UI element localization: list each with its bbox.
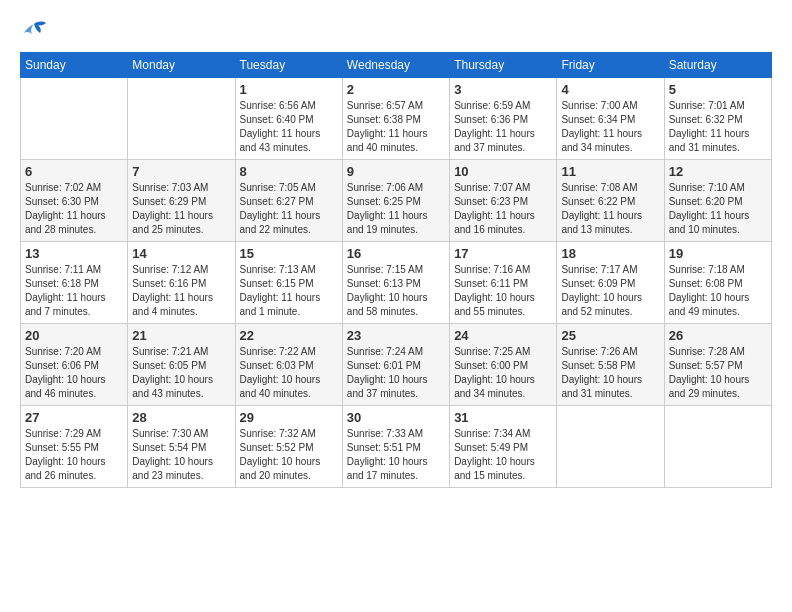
day-number: 3: [454, 82, 552, 97]
calendar-day-header: Friday: [557, 53, 664, 78]
calendar-cell: 5Sunrise: 7:01 AM Sunset: 6:32 PM Daylig…: [664, 78, 771, 160]
day-number: 12: [669, 164, 767, 179]
day-info: Sunrise: 7:02 AM Sunset: 6:30 PM Dayligh…: [25, 181, 123, 237]
day-info: Sunrise: 7:07 AM Sunset: 6:23 PM Dayligh…: [454, 181, 552, 237]
day-info: Sunrise: 6:59 AM Sunset: 6:36 PM Dayligh…: [454, 99, 552, 155]
day-number: 22: [240, 328, 338, 343]
calendar-cell: 25Sunrise: 7:26 AM Sunset: 5:58 PM Dayli…: [557, 324, 664, 406]
day-info: Sunrise: 7:05 AM Sunset: 6:27 PM Dayligh…: [240, 181, 338, 237]
calendar-cell: 23Sunrise: 7:24 AM Sunset: 6:01 PM Dayli…: [342, 324, 449, 406]
day-info: Sunrise: 7:24 AM Sunset: 6:01 PM Dayligh…: [347, 345, 445, 401]
day-number: 21: [132, 328, 230, 343]
day-info: Sunrise: 7:33 AM Sunset: 5:51 PM Dayligh…: [347, 427, 445, 483]
day-number: 13: [25, 246, 123, 261]
day-number: 14: [132, 246, 230, 261]
day-info: Sunrise: 7:11 AM Sunset: 6:18 PM Dayligh…: [25, 263, 123, 319]
day-number: 29: [240, 410, 338, 425]
calendar-cell: 26Sunrise: 7:28 AM Sunset: 5:57 PM Dayli…: [664, 324, 771, 406]
calendar-cell: 4Sunrise: 7:00 AM Sunset: 6:34 PM Daylig…: [557, 78, 664, 160]
day-info: Sunrise: 7:17 AM Sunset: 6:09 PM Dayligh…: [561, 263, 659, 319]
calendar-cell: 10Sunrise: 7:07 AM Sunset: 6:23 PM Dayli…: [450, 160, 557, 242]
day-info: Sunrise: 7:13 AM Sunset: 6:15 PM Dayligh…: [240, 263, 338, 319]
day-info: Sunrise: 7:32 AM Sunset: 5:52 PM Dayligh…: [240, 427, 338, 483]
day-number: 17: [454, 246, 552, 261]
calendar-cell: 21Sunrise: 7:21 AM Sunset: 6:05 PM Dayli…: [128, 324, 235, 406]
calendar-table: SundayMondayTuesdayWednesdayThursdayFrid…: [20, 52, 772, 488]
calendar-cell: [21, 78, 128, 160]
calendar-day-header: Wednesday: [342, 53, 449, 78]
calendar-cell: 27Sunrise: 7:29 AM Sunset: 5:55 PM Dayli…: [21, 406, 128, 488]
day-number: 2: [347, 82, 445, 97]
calendar-cell: 2Sunrise: 6:57 AM Sunset: 6:38 PM Daylig…: [342, 78, 449, 160]
calendar-week-row: 27Sunrise: 7:29 AM Sunset: 5:55 PM Dayli…: [21, 406, 772, 488]
calendar-cell: [557, 406, 664, 488]
logo-icon: [20, 20, 48, 42]
day-number: 24: [454, 328, 552, 343]
calendar-cell: 6Sunrise: 7:02 AM Sunset: 6:30 PM Daylig…: [21, 160, 128, 242]
calendar-week-row: 6Sunrise: 7:02 AM Sunset: 6:30 PM Daylig…: [21, 160, 772, 242]
calendar-cell: 31Sunrise: 7:34 AM Sunset: 5:49 PM Dayli…: [450, 406, 557, 488]
calendar-cell: 24Sunrise: 7:25 AM Sunset: 6:00 PM Dayli…: [450, 324, 557, 406]
day-number: 1: [240, 82, 338, 97]
calendar-day-header: Monday: [128, 53, 235, 78]
day-number: 20: [25, 328, 123, 343]
calendar-cell: 29Sunrise: 7:32 AM Sunset: 5:52 PM Dayli…: [235, 406, 342, 488]
calendar-week-row: 13Sunrise: 7:11 AM Sunset: 6:18 PM Dayli…: [21, 242, 772, 324]
calendar-cell: 9Sunrise: 7:06 AM Sunset: 6:25 PM Daylig…: [342, 160, 449, 242]
day-info: Sunrise: 7:12 AM Sunset: 6:16 PM Dayligh…: [132, 263, 230, 319]
day-info: Sunrise: 7:34 AM Sunset: 5:49 PM Dayligh…: [454, 427, 552, 483]
day-number: 31: [454, 410, 552, 425]
day-number: 30: [347, 410, 445, 425]
calendar-cell: 13Sunrise: 7:11 AM Sunset: 6:18 PM Dayli…: [21, 242, 128, 324]
day-number: 8: [240, 164, 338, 179]
day-info: Sunrise: 7:22 AM Sunset: 6:03 PM Dayligh…: [240, 345, 338, 401]
day-number: 28: [132, 410, 230, 425]
day-info: Sunrise: 7:15 AM Sunset: 6:13 PM Dayligh…: [347, 263, 445, 319]
calendar-cell: 20Sunrise: 7:20 AM Sunset: 6:06 PM Dayli…: [21, 324, 128, 406]
calendar-cell: 3Sunrise: 6:59 AM Sunset: 6:36 PM Daylig…: [450, 78, 557, 160]
day-number: 26: [669, 328, 767, 343]
day-info: Sunrise: 7:26 AM Sunset: 5:58 PM Dayligh…: [561, 345, 659, 401]
day-number: 7: [132, 164, 230, 179]
calendar-cell: 28Sunrise: 7:30 AM Sunset: 5:54 PM Dayli…: [128, 406, 235, 488]
day-info: Sunrise: 7:20 AM Sunset: 6:06 PM Dayligh…: [25, 345, 123, 401]
day-number: 23: [347, 328, 445, 343]
calendar-cell: 22Sunrise: 7:22 AM Sunset: 6:03 PM Dayli…: [235, 324, 342, 406]
day-number: 11: [561, 164, 659, 179]
day-info: Sunrise: 7:00 AM Sunset: 6:34 PM Dayligh…: [561, 99, 659, 155]
calendar-cell: 18Sunrise: 7:17 AM Sunset: 6:09 PM Dayli…: [557, 242, 664, 324]
day-info: Sunrise: 7:16 AM Sunset: 6:11 PM Dayligh…: [454, 263, 552, 319]
calendar-cell: 15Sunrise: 7:13 AM Sunset: 6:15 PM Dayli…: [235, 242, 342, 324]
calendar-week-row: 20Sunrise: 7:20 AM Sunset: 6:06 PM Dayli…: [21, 324, 772, 406]
day-info: Sunrise: 7:28 AM Sunset: 5:57 PM Dayligh…: [669, 345, 767, 401]
calendar-cell: 17Sunrise: 7:16 AM Sunset: 6:11 PM Dayli…: [450, 242, 557, 324]
day-number: 18: [561, 246, 659, 261]
day-info: Sunrise: 6:56 AM Sunset: 6:40 PM Dayligh…: [240, 99, 338, 155]
day-number: 19: [669, 246, 767, 261]
day-info: Sunrise: 7:03 AM Sunset: 6:29 PM Dayligh…: [132, 181, 230, 237]
calendar-cell: [128, 78, 235, 160]
day-number: 16: [347, 246, 445, 261]
calendar-day-header: Tuesday: [235, 53, 342, 78]
day-number: 6: [25, 164, 123, 179]
calendar-cell: 16Sunrise: 7:15 AM Sunset: 6:13 PM Dayli…: [342, 242, 449, 324]
calendar-cell: 19Sunrise: 7:18 AM Sunset: 6:08 PM Dayli…: [664, 242, 771, 324]
calendar-cell: 1Sunrise: 6:56 AM Sunset: 6:40 PM Daylig…: [235, 78, 342, 160]
day-info: Sunrise: 7:06 AM Sunset: 6:25 PM Dayligh…: [347, 181, 445, 237]
day-info: Sunrise: 7:25 AM Sunset: 6:00 PM Dayligh…: [454, 345, 552, 401]
day-number: 9: [347, 164, 445, 179]
calendar-day-header: Sunday: [21, 53, 128, 78]
calendar-cell: 12Sunrise: 7:10 AM Sunset: 6:20 PM Dayli…: [664, 160, 771, 242]
page-header: [20, 20, 772, 42]
logo: [20, 20, 52, 42]
calendar-cell: [664, 406, 771, 488]
calendar-week-row: 1Sunrise: 6:56 AM Sunset: 6:40 PM Daylig…: [21, 78, 772, 160]
day-info: Sunrise: 7:21 AM Sunset: 6:05 PM Dayligh…: [132, 345, 230, 401]
day-info: Sunrise: 7:29 AM Sunset: 5:55 PM Dayligh…: [25, 427, 123, 483]
day-info: Sunrise: 7:08 AM Sunset: 6:22 PM Dayligh…: [561, 181, 659, 237]
day-info: Sunrise: 7:01 AM Sunset: 6:32 PM Dayligh…: [669, 99, 767, 155]
calendar-cell: 11Sunrise: 7:08 AM Sunset: 6:22 PM Dayli…: [557, 160, 664, 242]
day-number: 15: [240, 246, 338, 261]
day-info: Sunrise: 6:57 AM Sunset: 6:38 PM Dayligh…: [347, 99, 445, 155]
calendar-header-row: SundayMondayTuesdayWednesdayThursdayFrid…: [21, 53, 772, 78]
